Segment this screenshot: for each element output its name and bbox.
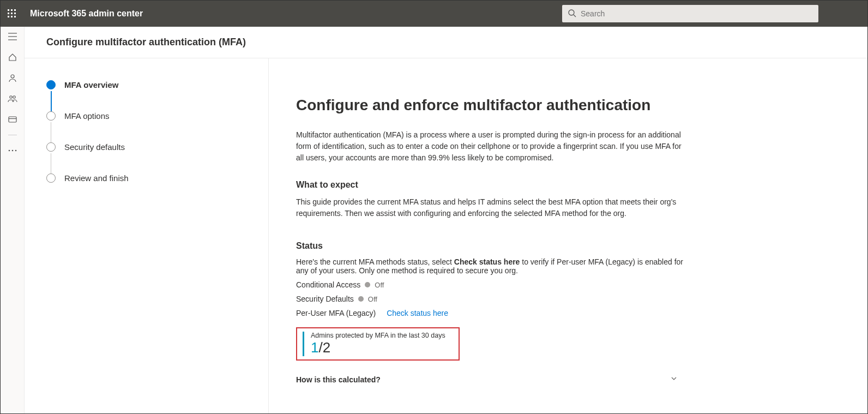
svg-point-15 xyxy=(9,96,11,98)
step-review-finish[interactable]: Review and finish xyxy=(46,173,252,183)
billing-icon[interactable] xyxy=(7,114,18,125)
svg-rect-3 xyxy=(8,13,9,14)
svg-rect-8 xyxy=(14,16,16,17)
status-intro: Here's the current MFA methods status, s… xyxy=(296,257,689,275)
wizard-steps: MFA overview MFA options Security defaul… xyxy=(25,58,269,413)
svg-rect-17 xyxy=(9,117,16,122)
status-off-dot-icon xyxy=(358,296,364,302)
search-icon xyxy=(568,9,576,19)
svg-rect-6 xyxy=(8,16,9,17)
home-icon[interactable] xyxy=(7,52,18,63)
chevron-down-icon xyxy=(670,375,678,384)
search-box[interactable] xyxy=(562,5,818,22)
nav-divider xyxy=(8,135,17,135)
svg-rect-2 xyxy=(14,9,16,11)
how-calculated-accordion[interactable]: How is this calculated? xyxy=(296,375,678,384)
content-area: Configure and enforce multifactor authen… xyxy=(269,58,867,413)
status-row-conditional-access: Conditional Access Off xyxy=(296,280,689,289)
step-indicator-icon xyxy=(46,142,56,152)
svg-point-21 xyxy=(15,150,16,152)
step-label: Security defaults xyxy=(64,142,125,152)
status-row-security-defaults: Security Defaults Off xyxy=(296,295,689,303)
svg-rect-0 xyxy=(8,9,9,11)
stat-label: Admins protected by MFA in the last 30 d… xyxy=(311,332,452,339)
search-input[interactable] xyxy=(581,9,813,18)
stat-value: 1/2 xyxy=(311,339,452,356)
svg-point-14 xyxy=(11,75,14,78)
step-label: MFA options xyxy=(64,111,110,121)
status-off-dot-icon xyxy=(365,282,370,287)
step-label: MFA overview xyxy=(64,80,118,89)
more-icon[interactable] xyxy=(7,145,18,156)
svg-line-10 xyxy=(574,15,576,17)
groups-icon[interactable] xyxy=(7,93,18,104)
step-indicator-icon xyxy=(46,111,56,121)
menu-toggle-icon[interactable] xyxy=(7,31,18,42)
expect-body: This guide provides the current MFA stat… xyxy=(296,196,689,219)
status-row-per-user-mfa: Per-User MFA (Legacy) Check status here xyxy=(296,309,689,317)
step-mfa-options[interactable]: MFA options xyxy=(46,111,252,142)
content-heading: Configure and enforce multifactor authen… xyxy=(296,97,689,114)
svg-rect-7 xyxy=(11,16,13,17)
svg-point-19 xyxy=(8,150,10,152)
status-row-state: Off xyxy=(375,281,384,289)
step-indicator-icon xyxy=(46,80,56,89)
svg-point-9 xyxy=(569,10,574,15)
user-icon[interactable] xyxy=(7,73,18,83)
top-bar: Microsoft 365 admin center xyxy=(1,1,867,27)
step-indicator-icon xyxy=(46,173,56,183)
step-security-defaults[interactable]: Security defaults xyxy=(46,142,252,173)
app-title: Microsoft 365 admin center xyxy=(30,9,143,19)
step-mfa-overview[interactable]: MFA overview xyxy=(46,80,252,111)
svg-rect-4 xyxy=(11,13,13,14)
check-status-link[interactable]: Check status here xyxy=(387,309,448,317)
page-title: Configure multifactor authentication (MF… xyxy=(25,27,867,58)
svg-point-20 xyxy=(11,150,13,152)
status-heading: Status xyxy=(296,241,689,251)
svg-rect-1 xyxy=(11,9,13,11)
status-row-label: Per-User MFA (Legacy) xyxy=(296,309,376,317)
status-row-label: Conditional Access xyxy=(296,280,360,289)
status-row-label: Security Defaults xyxy=(296,295,354,303)
app-launcher-icon[interactable] xyxy=(6,8,18,20)
content-intro: Multifactor authentication (MFA) is a pr… xyxy=(296,129,689,164)
status-row-state: Off xyxy=(368,295,377,303)
expect-heading: What to expect xyxy=(296,180,689,190)
svg-rect-5 xyxy=(14,13,16,14)
accordion-label: How is this calculated? xyxy=(296,375,381,384)
mfa-stat-highlight: Admins protected by MFA in the last 30 d… xyxy=(296,327,460,361)
left-nav xyxy=(1,27,25,413)
step-label: Review and finish xyxy=(64,173,129,183)
svg-point-16 xyxy=(13,96,15,98)
